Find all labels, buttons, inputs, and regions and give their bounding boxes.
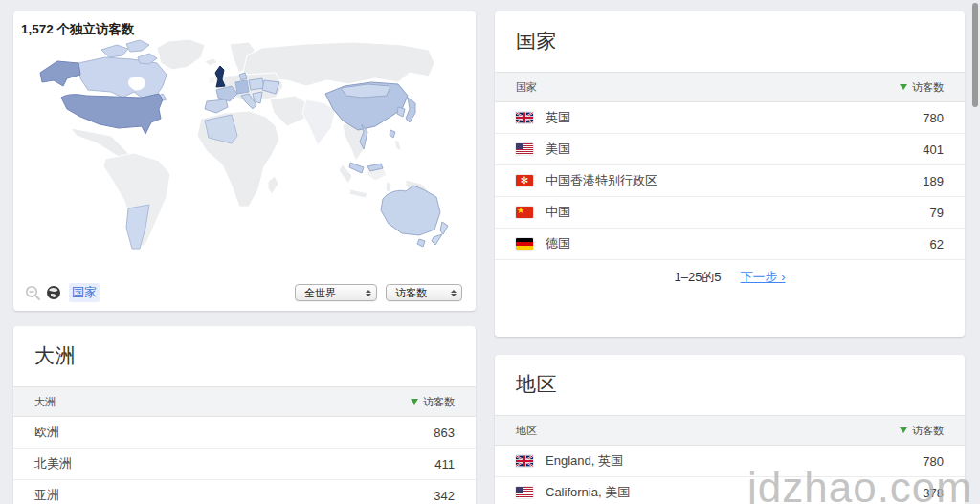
map-arctic-island <box>126 40 149 52</box>
map-ireland <box>209 77 215 84</box>
country-value: 189 <box>923 174 944 188</box>
map-java <box>349 189 368 198</box>
map-sulawesi <box>386 182 391 193</box>
country-label: 中国 <box>546 204 570 221</box>
vertical-scrollbar-thumb[interactable] <box>972 3 978 107</box>
select-arrows-icon <box>360 290 371 296</box>
map-japan <box>406 98 415 122</box>
regions-table-header: 地区 访客数 <box>495 415 965 446</box>
table-row[interactable]: 北美洲 411 <box>13 449 476 480</box>
map-metric-select-value: 访客数 <box>395 286 427 300</box>
country-label: 中国香港特别行政区 <box>546 172 657 189</box>
pagination-range: 1–25的5 <box>674 269 721 286</box>
region-value: 780 <box>923 454 944 469</box>
map-denmark <box>239 73 247 80</box>
flag-icon-cn: ★ <box>516 207 533 218</box>
map-arctic-island <box>101 45 128 57</box>
visitor-map-widget: 1,572 个独立访客数 <box>13 11 476 311</box>
continents-table-header: 大洲 访客数 <box>13 386 476 417</box>
map-middle-east <box>270 96 308 126</box>
region-value: 378 <box>923 486 944 500</box>
world-map[interactable] <box>19 38 471 275</box>
zoom-out-icon[interactable] <box>25 285 41 301</box>
continents-name-header[interactable]: 大洲 <box>34 395 56 409</box>
continent-value: 411 <box>434 457 455 471</box>
map-region-select[interactable]: 全世界 <box>295 284 377 301</box>
map-south-korea <box>397 107 405 117</box>
continents-metric-header[interactable]: 访客数 <box>411 395 455 409</box>
map-spain <box>205 99 228 113</box>
flag-icon-uk <box>516 112 533 123</box>
countries-name-header[interactable]: 国家 <box>516 80 537 95</box>
table-row[interactable]: England, 英国 780 <box>495 446 965 477</box>
map-metric-select[interactable]: 访客数 <box>386 284 462 301</box>
regions-metric-header-label: 访客数 <box>912 424 944 438</box>
map-region-select-value: 全世界 <box>304 286 336 300</box>
continent-value: 342 <box>434 489 455 503</box>
continent-label: 欧洲 <box>34 424 59 441</box>
map-alaska <box>40 61 80 86</box>
countries-title: 国家 <box>495 11 965 72</box>
map-taiwan <box>390 130 395 138</box>
countries-widget: 国家 国家 访客数 英国 780 美国 401 ✻ 中国香港特别行政区 189 … <box>495 11 965 337</box>
globe-icon[interactable] <box>46 285 61 300</box>
map-selects: 全世界 访客数 <box>286 284 462 301</box>
table-row[interactable]: 美国 401 <box>495 134 965 165</box>
map-madagascar <box>268 176 278 194</box>
continent-label: 亚洲 <box>34 487 59 504</box>
map-greenland <box>157 39 205 70</box>
pagination: 1–25的5 下一步 › <box>495 269 965 286</box>
table-row[interactable]: 亚洲 342 <box>13 480 476 504</box>
country-value: 401 <box>923 142 944 157</box>
countries-table-header: 国家 访客数 <box>495 72 965 102</box>
map-country-mode-link[interactable]: 国家 <box>69 283 100 302</box>
table-row[interactable]: California, 美国 378 <box>495 477 965 504</box>
map-usa <box>61 94 163 134</box>
countries-metric-header[interactable]: 访客数 <box>900 80 944 95</box>
map-iceland <box>205 58 217 66</box>
continents-title: 大洲 <box>13 326 476 386</box>
map-india <box>302 99 335 145</box>
regions-title: 地区 <box>495 355 965 415</box>
map-footer: 国家 全世界 访客数 <box>25 283 462 302</box>
table-row[interactable]: ✻ 中国香港特别行政区 189 <box>495 165 965 197</box>
table-row[interactable]: ★ 中国 79 <box>495 197 965 229</box>
pagination-next-link[interactable]: 下一步 › <box>741 269 786 286</box>
country-value: 780 <box>923 111 944 125</box>
country-label: 美国 <box>546 141 570 158</box>
map-germany <box>235 80 249 94</box>
continents-metric-header-label: 访客数 <box>423 395 455 409</box>
table-row[interactable]: 欧洲 863 <box>13 417 476 449</box>
map-malaysia <box>349 163 364 173</box>
map-poland <box>249 78 264 90</box>
flag-icon-hk: ✻ <box>516 175 533 186</box>
continents-widget: 大洲 大洲 访客数 欧洲 863 北美洲 411 亚洲 342 <box>13 326 476 504</box>
flag-icon-us <box>516 487 533 498</box>
continent-value: 863 <box>434 426 455 440</box>
country-value: 79 <box>930 206 944 220</box>
regions-metric-header[interactable]: 访客数 <box>900 424 944 438</box>
map-new-zealand <box>440 222 448 234</box>
map-central-america <box>71 128 132 157</box>
regions-name-header[interactable]: 地区 <box>516 424 537 438</box>
sort-desc-icon <box>900 427 907 433</box>
map-philippines <box>394 140 401 151</box>
table-row[interactable]: 德国 62 <box>495 229 965 260</box>
flag-icon-de <box>516 238 533 250</box>
regions-widget: 地区 地区 访客数 England, 英国 780 California, 美国… <box>495 355 965 504</box>
country-label: 英国 <box>546 109 570 126</box>
region-label: California, 美国 <box>546 484 630 501</box>
flag-icon-uk <box>516 455 533 467</box>
flag-icon-us <box>516 143 533 155</box>
map-australia <box>381 186 440 235</box>
map-new-zealand <box>432 234 442 245</box>
unique-visitors-title: 1,572 个独立访客数 <box>13 11 476 38</box>
region-label: England, 英国 <box>546 452 623 470</box>
map-tasmania <box>417 239 425 247</box>
countries-metric-header-label: 访客数 <box>912 80 944 95</box>
table-row[interactable]: 英国 780 <box>495 102 965 134</box>
country-label: 德国 <box>546 235 570 252</box>
sort-desc-icon <box>900 84 907 90</box>
select-arrows-icon <box>445 290 457 296</box>
sort-desc-icon <box>411 399 418 405</box>
